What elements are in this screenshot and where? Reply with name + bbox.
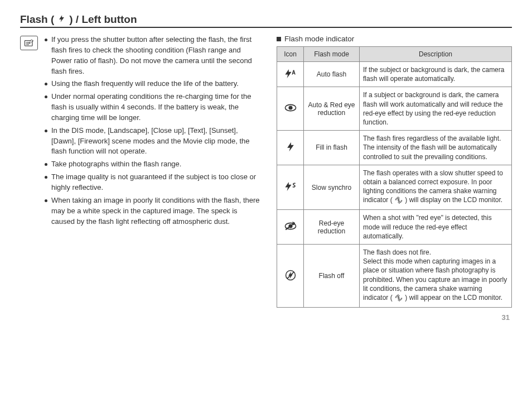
mode-description: The flash operates with a slow shutter s… (360, 165, 512, 210)
title-prefix: Flash ( (20, 13, 54, 26)
table-row: Slow synchroThe flash operates with a sl… (277, 165, 512, 210)
th-mode: Flash mode (304, 47, 360, 62)
mode-icon-cell (277, 210, 304, 245)
note-item: In the DIS mode, [Landscape], [Close up]… (45, 126, 261, 157)
mode-name: Flash off (304, 245, 360, 308)
mode-name: Red-eye reduction (304, 210, 360, 245)
page-number: 31 (20, 313, 512, 322)
flash-off-icon (284, 275, 297, 283)
mode-description: If the subject or background is dark, th… (360, 62, 512, 87)
mode-icon-cell (277, 131, 304, 165)
mode-name: Auto flash (304, 62, 360, 87)
mode-name: Auto & Red eye reduction (304, 87, 360, 131)
note-item: Under normal operating conditions the re… (45, 92, 261, 123)
note-item: Take photographs within the flash range. (45, 159, 261, 170)
redeye-reduction-icon (284, 226, 297, 233)
shake-warning-icon (394, 294, 403, 304)
table-row: Auto flashIf the subject or background i… (277, 62, 512, 87)
note-item: When taking an image in poorly lit condi… (45, 195, 261, 227)
table-heading-label: Flash mode indicator (284, 35, 354, 43)
slow-synchro-icon (284, 186, 297, 194)
shake-warning-icon (394, 197, 403, 206)
flash-icon (57, 14, 66, 26)
mode-icon-cell (277, 87, 304, 131)
note-item: The image quality is not guaranteed if t… (45, 172, 261, 193)
table-row: Fill in flashThe flash fires regardless … (277, 131, 512, 165)
mode-description: The flash fires regardless of the availa… (360, 131, 512, 165)
mode-icon-cell (277, 245, 304, 308)
memo-icon (20, 36, 38, 50)
table-row: Red-eye reductionWhen a shot with "red e… (277, 210, 512, 245)
mode-name: Fill in flash (304, 131, 360, 165)
mode-icon-cell (277, 62, 304, 87)
mode-description: If a subject or background is dark, the … (360, 87, 512, 131)
table-heading: Flash mode indicator (277, 35, 512, 43)
mode-icon-cell (277, 165, 304, 210)
note-item: Using the flash frequently will reduce t… (45, 79, 261, 89)
fill-flash-icon (284, 146, 297, 154)
auto-redeye-icon (284, 107, 297, 115)
note-item: If you press the shutter button after se… (45, 35, 261, 76)
flash-auto-icon (284, 73, 297, 81)
notes-list: If you press the shutter button after se… (45, 35, 261, 229)
mode-description: The flash does not fire.Select this mode… (360, 245, 512, 308)
table-row: Flash offThe flash does not fire.Select … (277, 245, 512, 308)
page-title: Flash ( ) / Left button (20, 13, 512, 28)
table-row: Auto & Red eye reductionIf a subject or … (277, 87, 512, 131)
mode-name: Slow synchro (304, 165, 360, 210)
mode-description: When a shot with "red eye" is detected, … (360, 210, 512, 245)
th-desc: Description (360, 47, 512, 62)
flash-mode-table: Icon Flash mode Description Auto flashIf… (277, 46, 512, 308)
title-suffix: ) / Left button (69, 13, 137, 26)
th-icon: Icon (277, 47, 304, 62)
